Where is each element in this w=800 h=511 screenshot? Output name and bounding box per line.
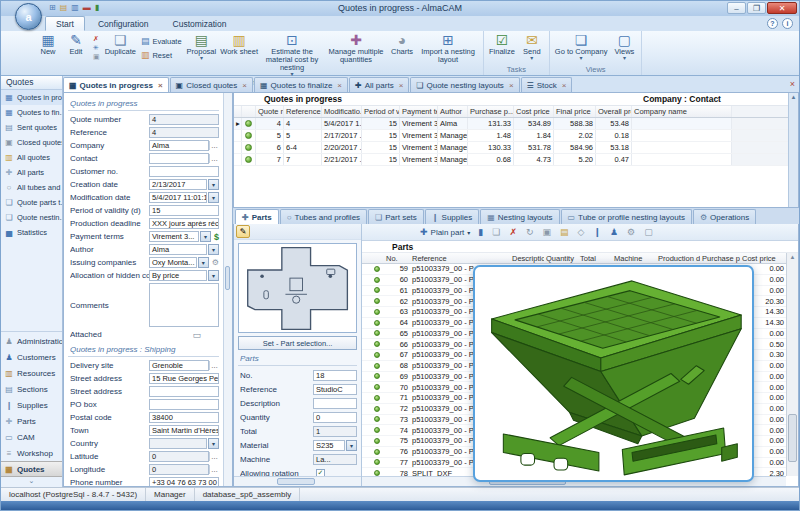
detail-tab[interactable]: ▦Nesting layouts bbox=[480, 209, 559, 224]
chevron-down-icon[interactable]: ▾ bbox=[208, 244, 219, 255]
field-input[interactable]: La... bbox=[313, 454, 357, 465]
sidebar-module-item[interactable]: ♟Customers bbox=[1, 349, 62, 365]
field-input[interactable]: 18 bbox=[313, 370, 357, 381]
close-icon[interactable]: × bbox=[509, 81, 514, 90]
chevron-down-icon[interactable]: ▾ bbox=[346, 440, 357, 451]
sidebar-item[interactable]: ○All tubes and ... bbox=[1, 180, 62, 195]
close-icon[interactable]: × bbox=[399, 81, 404, 90]
flag-icon[interactable]: ▮ bbox=[95, 3, 99, 13]
column-header[interactable]: Purchase p... bbox=[700, 253, 740, 263]
field-input[interactable]: 1 bbox=[313, 426, 357, 437]
column-header[interactable]: Purchase p... bbox=[468, 106, 514, 117]
part-type-dropdown[interactable]: ✚ Plain part ▾ bbox=[420, 227, 470, 237]
chevron-down-icon[interactable]: ▾ bbox=[200, 231, 211, 242]
ribbon-button[interactable]: ▦New bbox=[34, 32, 62, 63]
sidebar-item[interactable]: ▅Statistics bbox=[1, 225, 62, 240]
ribbon-button[interactable]: ◕Charts bbox=[388, 32, 416, 79]
detail-tab[interactable]: ⚙Operations bbox=[693, 209, 756, 224]
column-header[interactable]: Total bbox=[578, 253, 612, 263]
insert-icon[interactable]: ▮ bbox=[478, 227, 483, 237]
chevron-down-icon[interactable]: ⌄ bbox=[1, 477, 62, 487]
nesting-icon[interactable]: ◇ bbox=[578, 227, 585, 237]
document-tab[interactable]: ▦Quotes in progress× bbox=[63, 77, 169, 92]
chevron-down-icon[interactable]: ▾ bbox=[208, 438, 219, 449]
help-icon[interactable]: ? bbox=[767, 18, 778, 29]
field-input[interactable]: Alma bbox=[149, 244, 207, 255]
toggle-icon[interactable]: ▬ bbox=[83, 3, 91, 13]
column-header[interactable]: Machine bbox=[612, 253, 656, 263]
field-input[interactable]: XXX jours après réce bbox=[149, 218, 219, 229]
3d-part-preview-popup[interactable] bbox=[473, 265, 754, 482]
browse-button[interactable]: … bbox=[209, 141, 219, 150]
ribbon-button[interactable]: ✚Manage multiple quantities bbox=[324, 32, 388, 79]
field-input[interactable]: Grenoble bbox=[149, 360, 209, 371]
delete-icon[interactable]: ✗ bbox=[509, 227, 517, 237]
ribbon-button[interactable]: ⊡Estimate the material cost by nesting▾ bbox=[260, 32, 324, 79]
close-button[interactable]: ✕ bbox=[767, 2, 797, 14]
column-header[interactable]: Final price bbox=[554, 106, 596, 117]
field-input[interactable] bbox=[149, 399, 219, 410]
ribbon-tab[interactable]: Configuration bbox=[87, 16, 160, 31]
field-input[interactable]: Alma bbox=[149, 140, 209, 151]
field-input[interactable]: StudioC bbox=[313, 384, 357, 395]
list-icon[interactable]: ▥ bbox=[71, 3, 79, 13]
close-icon[interactable]: × bbox=[242, 81, 247, 90]
folder-icon[interactable]: ▤ bbox=[60, 3, 68, 13]
detail-tab[interactable]: ❙Supplies bbox=[425, 209, 479, 224]
table-row[interactable]: ▸ 4 4 5/4/2017 1... 15 Virement 3... Alm… bbox=[234, 118, 798, 130]
refresh-icon[interactable]: ↻ bbox=[526, 227, 534, 237]
sidebar-module-item[interactable]: ✚Parts bbox=[1, 413, 62, 429]
app-menu-orb[interactable]: a bbox=[15, 3, 42, 30]
maximize-button[interactable]: ❐ bbox=[747, 2, 766, 14]
table-icon[interactable]: ⊞ bbox=[49, 3, 56, 13]
2d-part-preview[interactable] bbox=[238, 243, 357, 333]
column-header[interactable]: Cost price bbox=[514, 106, 554, 117]
scrollbar-thumb[interactable] bbox=[277, 478, 315, 485]
column-header[interactable]: Author bbox=[438, 106, 468, 117]
table-row[interactable]: 5 5 2/17/2017 ... 15 Virement 3... Manag… bbox=[234, 130, 798, 142]
person-icon[interactable]: ♟ bbox=[610, 227, 618, 237]
copy-icon[interactable]: ❏ bbox=[492, 227, 500, 237]
document-tab[interactable]: ✚All parts× bbox=[349, 77, 409, 92]
detail-tab[interactable]: ▭Tube or profile nesting layouts bbox=[561, 209, 692, 224]
mini-tool-icon[interactable]: ▣ bbox=[93, 53, 100, 60]
print-icon[interactable]: ▣ bbox=[542, 227, 551, 237]
ribbon-button[interactable]: ▢Views▾ bbox=[610, 32, 638, 63]
field-input[interactable]: 0 bbox=[149, 464, 209, 475]
sidebar-module-item[interactable]: ▭CAM bbox=[1, 429, 62, 445]
ribbon-button[interactable]: ▥Work sheet bbox=[218, 32, 260, 79]
parts-vscrollbar[interactable]: ▲ bbox=[786, 253, 798, 476]
ribbon-tab[interactable]: Customization bbox=[162, 16, 238, 31]
column-header[interactable]: Reference bbox=[284, 106, 322, 117]
close-icon[interactable]: × bbox=[337, 81, 342, 90]
close-icon[interactable]: × bbox=[562, 81, 567, 90]
column-header[interactable]: Company name bbox=[632, 106, 732, 117]
settings-icon[interactable]: ⚙ bbox=[627, 227, 635, 237]
browse-button[interactable]: … bbox=[209, 465, 219, 474]
field-input[interactable]: Oxy Monta... bbox=[149, 257, 197, 268]
field-input[interactable]: 0 bbox=[313, 412, 357, 423]
tabstrip-close-icon[interactable]: × bbox=[790, 79, 795, 89]
ribbon-button[interactable]: ⊞Import a nesting layout bbox=[416, 32, 480, 79]
minimize-button[interactable]: – bbox=[727, 2, 746, 14]
column-header[interactable]: Period of v... bbox=[362, 106, 400, 117]
detail-tab[interactable]: ❏Part sets bbox=[368, 209, 424, 224]
browse-button[interactable]: … bbox=[209, 452, 219, 461]
ribbon-button[interactable]: ▤Proposal▾ bbox=[185, 32, 219, 79]
table-row[interactable]: 6 6-4 2/20/2017 ... 15 Virement 3... Man… bbox=[234, 142, 798, 154]
info-icon[interactable]: i bbox=[782, 18, 793, 29]
field-input[interactable] bbox=[149, 283, 219, 327]
operations-icon[interactable]: ❙ bbox=[593, 227, 601, 237]
field-input[interactable] bbox=[149, 386, 219, 397]
mini-tool-icon[interactable]: ✗ bbox=[93, 35, 100, 42]
ribbon-button[interactable]: ❏Duplicate bbox=[103, 32, 138, 63]
sidebar-module-item[interactable]: ❙Supplies bbox=[1, 397, 62, 413]
field-input[interactable]: By price bbox=[149, 270, 207, 281]
scrollbar-thumb[interactable] bbox=[788, 414, 797, 462]
column-header[interactable]: Quote n... bbox=[256, 106, 284, 117]
sidebar-item[interactable]: ❏Quote parts t... bbox=[1, 195, 62, 210]
form-scrollbar[interactable] bbox=[223, 93, 232, 486]
field-input[interactable]: 0 bbox=[149, 451, 209, 462]
column-header[interactable]: Quantity bbox=[544, 253, 578, 263]
sidebar-item[interactable]: ✚All parts bbox=[1, 165, 62, 180]
